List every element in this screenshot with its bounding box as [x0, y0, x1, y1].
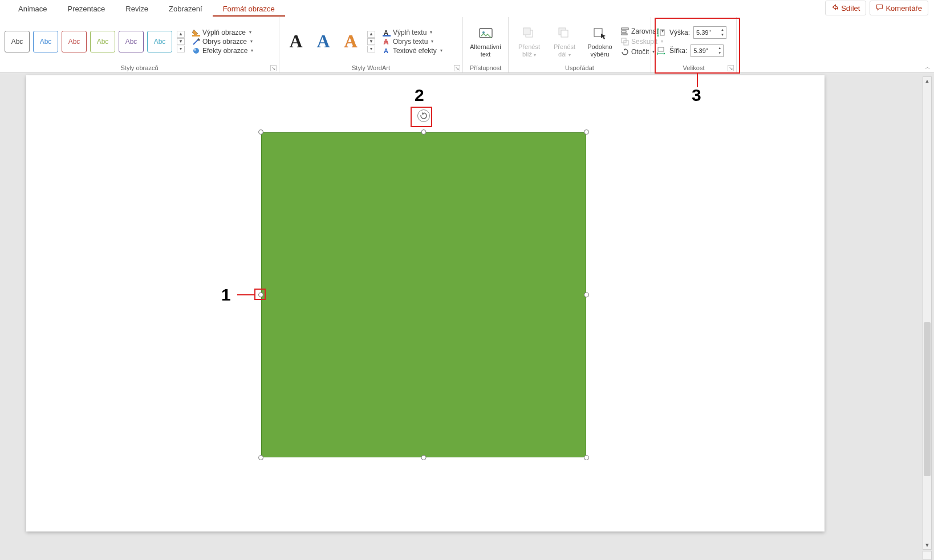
share-button[interactable]: Sdílet: [825, 1, 866, 15]
wordart-style-2[interactable]: A: [311, 30, 335, 54]
group-label-arrange: Uspořádat: [513, 63, 646, 71]
svg-rect-13: [594, 29, 602, 36]
collapse-ribbon-button[interactable]: ︿: [925, 63, 931, 71]
tab-revize[interactable]: Revize: [115, 1, 159, 17]
comments-button[interactable]: Komentáře: [870, 1, 928, 15]
wordart-style-1[interactable]: A: [284, 30, 308, 54]
group-label-shape-styles: Styly obrazců ↘: [5, 63, 274, 71]
group-wordart-styles: A A A ▲ ▼ ▾ A Výplň textu ▾ A Obrys text…: [279, 17, 463, 72]
shape-effects-label: Efekty obrazce: [202, 47, 247, 55]
resize-handle-bottom-left[interactable]: [258, 455, 263, 460]
comments-label: Komentáře: [886, 4, 922, 13]
wordart-style-3[interactable]: A: [339, 30, 363, 54]
resize-handle-top-left[interactable]: [258, 129, 263, 135]
callout-label-2: 2: [415, 86, 424, 105]
wordart-gallery-more[interactable]: ▾: [367, 46, 375, 52]
scroll-up-button[interactable]: ▲: [923, 77, 931, 85]
group-label-wordart: Styly WordArt ↘: [284, 63, 458, 71]
workarea: 1 2 ▲ ▼: [0, 73, 934, 560]
fill-icon: [192, 29, 200, 36]
alt-text-label: Alternativní text: [470, 43, 501, 58]
nav-box[interactable]: [923, 551, 932, 560]
text-outline-button[interactable]: A Obrys textu ▾: [381, 37, 444, 46]
shape-style-2[interactable]: Abc: [33, 31, 58, 52]
scroll-thumb[interactable]: [924, 322, 931, 476]
shape-style-5[interactable]: Abc: [119, 31, 144, 52]
shape-effects-button[interactable]: Efekty obrazce ▾: [190, 46, 254, 55]
callout-label-3: 3: [692, 86, 701, 105]
alt-text-icon: [477, 25, 494, 42]
text-outline-label: Obrys textu: [393, 38, 428, 46]
text-fill-button[interactable]: A Výplň textu ▾: [381, 28, 444, 37]
text-fill-label: Výplň textu: [393, 29, 427, 36]
shape-fill-button[interactable]: Výplň obrazce ▾: [190, 28, 254, 37]
text-effects-label: Textové efekty: [393, 47, 437, 55]
comment-icon: [876, 3, 883, 13]
text-fill-icon: A: [382, 29, 391, 36]
group-icon: [620, 38, 629, 46]
align-icon: [620, 27, 629, 35]
group-arrange: Přenéstblíž ▾ Přenéstdál ▾ Podoknovýběru…: [509, 17, 651, 72]
resize-handle-bottom-right[interactable]: [584, 455, 589, 460]
tab-prezentace[interactable]: Prezentace: [58, 1, 116, 17]
callout-box-3: [655, 18, 740, 74]
shape-style-6[interactable]: Abc: [147, 31, 172, 52]
style-gallery-down[interactable]: ▼: [177, 38, 185, 45]
shape-fill-label: Výplň obrazce: [202, 29, 246, 36]
svg-text:A: A: [384, 38, 388, 45]
callout-line-1: [237, 294, 254, 295]
group-shape-styles: Abc Abc Abc Abc Abc Abc ▲ ▼ ▾ Výplň obra…: [0, 17, 279, 72]
chevron-down-icon: ▾: [430, 30, 432, 35]
chevron-down-icon: ▾: [251, 48, 253, 53]
style-gallery-scroller: ▲ ▼ ▾: [177, 31, 185, 52]
slide-canvas[interactable]: [26, 75, 825, 531]
selection-pane-button[interactable]: Podoknovýběru: [584, 24, 616, 59]
svg-point-2: [194, 48, 196, 51]
ribbon-tabs: Animace Prezentace Revize Zobrazení Form…: [0, 0, 934, 17]
svg-rect-15: [622, 31, 626, 33]
ribbon: Abc Abc Abc Abc Abc Abc ▲ ▼ ▾ Výplň obra…: [0, 17, 934, 73]
effects-icon: [192, 47, 200, 55]
svg-rect-0: [192, 35, 200, 36]
svg-rect-10: [523, 28, 530, 35]
wordart-gallery-down[interactable]: ▼: [367, 38, 375, 45]
svg-rect-12: [561, 30, 568, 37]
tab-format-obrazce[interactable]: Formát obrazce: [213, 1, 285, 17]
send-backward-button: Přenéstdál ▾: [549, 24, 580, 59]
tab-animace[interactable]: Animace: [8, 1, 58, 17]
rotate-icon: [620, 48, 629, 56]
resize-handle-bottom[interactable]: [421, 455, 427, 460]
svg-rect-14: [622, 28, 628, 30]
text-effects-button[interactable]: A Textové efekty ▾: [381, 46, 444, 55]
resize-handle-top-right[interactable]: [584, 129, 589, 135]
shape-style-3[interactable]: Abc: [62, 31, 87, 52]
chevron-down-icon: ▾: [440, 48, 442, 53]
shape-outline-button[interactable]: Obrys obrazce ▾: [190, 37, 254, 46]
resize-handle-right[interactable]: [584, 293, 589, 298]
share-label: Sdílet: [841, 4, 860, 13]
bring-forward-button: Přenéstblíž ▾: [513, 24, 545, 59]
alt-text-button[interactable]: Alternativní text: [468, 24, 503, 59]
svg-point-1: [193, 48, 199, 54]
selected-shape[interactable]: [261, 132, 586, 457]
wordart-gallery-scroller: ▲ ▼ ▾: [367, 31, 375, 52]
shape-styles-launcher[interactable]: ↘: [270, 65, 277, 71]
callout-box-2: [411, 107, 432, 127]
group-objects-label: Seskupit: [631, 38, 657, 46]
style-gallery-more[interactable]: ▾: [177, 46, 185, 52]
svg-text:A: A: [384, 47, 388, 54]
tab-zobrazeni[interactable]: Zobrazení: [159, 1, 213, 17]
svg-rect-16: [622, 34, 627, 35]
callout-box-1: [254, 289, 266, 300]
scroll-down-button[interactable]: ▼: [923, 541, 931, 549]
rectangle-shape[interactable]: [261, 132, 586, 457]
style-gallery-up[interactable]: ▲: [177, 31, 185, 38]
chevron-down-icon: ▾: [250, 39, 253, 44]
vertical-scrollbar[interactable]: ▲ ▼: [923, 76, 932, 550]
wordart-gallery-up[interactable]: ▲: [367, 31, 375, 38]
chevron-down-icon: ▾: [431, 39, 433, 44]
wordart-launcher[interactable]: ↘: [454, 65, 460, 71]
shape-style-4[interactable]: Abc: [90, 31, 115, 52]
shape-style-1[interactable]: Abc: [5, 31, 30, 52]
resize-handle-top[interactable]: [421, 129, 427, 135]
